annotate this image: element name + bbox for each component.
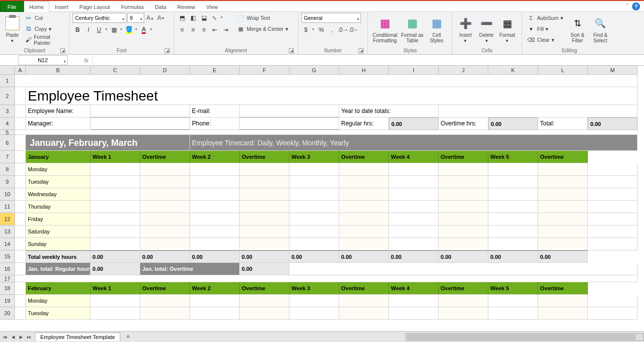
column-header[interactable]: D xyxy=(140,66,190,75)
font-size-select[interactable]: 9 xyxy=(127,13,144,23)
data-cell[interactable] xyxy=(190,188,240,201)
data-cell[interactable] xyxy=(389,176,439,188)
data-cell[interactable] xyxy=(240,176,289,188)
data-cell[interactable] xyxy=(389,307,439,320)
fx-icon[interactable]: fx xyxy=(68,57,92,63)
data-cell[interactable] xyxy=(588,188,638,201)
data-cell[interactable] xyxy=(339,188,389,201)
data-cell[interactable] xyxy=(289,213,339,226)
decrease-indent-icon[interactable]: ⇤ xyxy=(210,25,220,35)
cell-styles-button[interactable]: ▦Cell Styles xyxy=(426,13,448,46)
row-header[interactable]: 12 xyxy=(0,213,15,226)
cell[interactable] xyxy=(15,105,26,117)
help-icon[interactable]: ? xyxy=(632,2,640,10)
cell[interactable] xyxy=(15,263,26,275)
data-cell[interactable] xyxy=(140,238,190,250)
row-header[interactable]: 16 xyxy=(0,263,15,275)
data-cell[interactable] xyxy=(240,226,289,238)
tab-review[interactable]: Review xyxy=(172,1,200,12)
data-cell[interactable] xyxy=(488,238,538,250)
data-cell[interactable] xyxy=(339,213,389,226)
font-name-select[interactable]: Century Gothic xyxy=(73,13,126,23)
tab-data[interactable]: Data xyxy=(149,1,172,12)
data-cell[interactable] xyxy=(538,213,588,226)
data-cell[interactable] xyxy=(91,307,140,320)
insert-cells-button[interactable]: ➕Insert▾ xyxy=(456,13,475,46)
column-header[interactable]: M xyxy=(588,66,638,75)
cell[interactable] xyxy=(15,117,26,130)
align-top-icon[interactable]: ⬒ xyxy=(177,13,187,23)
data-cell[interactable] xyxy=(289,176,339,188)
data-cell[interactable] xyxy=(240,238,289,250)
tab-home[interactable]: Home xyxy=(24,1,49,12)
tab-formulas[interactable]: Formulas xyxy=(115,1,149,12)
increase-indent-icon[interactable]: ⇥ xyxy=(221,25,231,35)
data-cell[interactable] xyxy=(389,188,439,201)
align-center-icon[interactable]: ≡ xyxy=(188,25,198,35)
conditional-formatting-button[interactable]: ▦Conditional Formatting xyxy=(371,13,399,46)
column-header[interactable]: B xyxy=(26,66,91,75)
clipboard-dialog-icon[interactable]: ◢ xyxy=(60,48,65,53)
email-input[interactable] xyxy=(240,105,339,117)
column-header[interactable]: L xyxy=(538,66,588,75)
column-header[interactable]: J xyxy=(439,66,488,75)
align-left-icon[interactable]: ≡ xyxy=(177,25,187,35)
row-header[interactable]: 19 xyxy=(0,295,15,307)
clear-button[interactable]: ⌫Clear ▾ xyxy=(525,35,565,45)
data-cell[interactable] xyxy=(240,163,289,176)
row-header[interactable]: 4 xyxy=(0,117,15,130)
data-cell[interactable] xyxy=(240,213,289,226)
data-cell[interactable] xyxy=(190,295,240,307)
align-right-icon[interactable]: ≡ xyxy=(199,25,209,35)
sort-filter-button[interactable]: ⇅Sort & Filter xyxy=(566,13,588,46)
row-header[interactable]: 11 xyxy=(0,201,15,213)
data-cell[interactable] xyxy=(140,176,190,188)
data-cell[interactable] xyxy=(588,295,638,307)
row-header[interactable]: 17 xyxy=(0,275,15,282)
tab-nav-prev-icon[interactable]: ◀ xyxy=(9,333,17,342)
border-button[interactable]: ▦ xyxy=(109,25,123,35)
data-cell[interactable] xyxy=(91,213,140,226)
cell[interactable] xyxy=(15,238,26,250)
data-cell[interactable] xyxy=(140,213,190,226)
align-bottom-icon[interactable]: ⬓ xyxy=(199,13,209,23)
cell[interactable] xyxy=(15,295,26,307)
data-cell[interactable] xyxy=(588,201,638,213)
new-sheet-icon[interactable]: ✧ xyxy=(122,333,133,341)
delete-cells-button[interactable]: ➖Delete▾ xyxy=(476,13,496,46)
spreadsheet-grid[interactable]: ABCDEFGHIJKLM 12345678910111213141516171… xyxy=(0,66,644,331)
cell[interactable] xyxy=(439,105,638,117)
data-cell[interactable] xyxy=(190,201,240,213)
number-format-select[interactable]: General xyxy=(301,13,361,23)
format-cells-button[interactable]: ▦Format▾ xyxy=(497,13,517,46)
column-header[interactable]: C xyxy=(91,66,140,75)
row-header[interactable]: 18 xyxy=(0,282,15,295)
percent-format-icon[interactable]: % xyxy=(316,25,326,35)
data-cell[interactable] xyxy=(190,238,240,250)
wrap-text-button[interactable]: 📄Wrap Text xyxy=(235,13,290,23)
data-cell[interactable] xyxy=(190,163,240,176)
data-cell[interactable] xyxy=(140,201,190,213)
data-cell[interactable] xyxy=(488,163,538,176)
cell[interactable] xyxy=(15,275,638,282)
data-cell[interactable] xyxy=(140,295,190,307)
data-cell[interactable] xyxy=(240,307,289,320)
data-cell[interactable] xyxy=(538,188,588,201)
cell[interactable] xyxy=(15,307,26,320)
data-cell[interactable] xyxy=(439,163,488,176)
cell[interactable] xyxy=(15,282,26,295)
data-cell[interactable] xyxy=(140,188,190,201)
data-cell[interactable] xyxy=(439,213,488,226)
data-cell[interactable] xyxy=(339,295,389,307)
column-header[interactable]: A xyxy=(15,66,26,75)
tab-insert[interactable]: Insert xyxy=(49,1,74,12)
emp-name-input[interactable] xyxy=(91,105,190,117)
orientation-icon[interactable]: ⤡ xyxy=(210,13,224,23)
data-cell[interactable] xyxy=(289,307,339,320)
row-header[interactable]: 7 xyxy=(0,151,15,163)
tab-nav-next-icon[interactable]: ▶ xyxy=(17,333,25,342)
data-cell[interactable] xyxy=(538,238,588,250)
data-cell[interactable] xyxy=(588,176,638,188)
data-cell[interactable] xyxy=(439,201,488,213)
manager-input[interactable] xyxy=(91,117,190,130)
